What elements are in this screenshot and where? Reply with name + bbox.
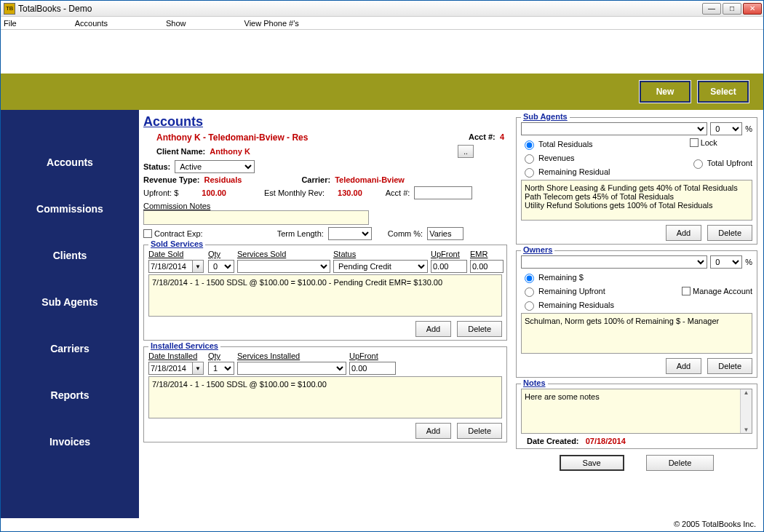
save-button[interactable]: Save [560,455,624,471]
nav-carriers[interactable]: Carriers [1,325,139,372]
sold-qty-select[interactable]: 0 [208,260,234,273]
sold-date-input[interactable] [148,260,192,273]
inst-date-input[interactable] [148,362,192,375]
carrier-value: Teledomani-Bview [335,175,405,184]
sold-hdr-qty: Qty [208,250,234,258]
own-legend: Owners [521,245,554,254]
contract-exp-checkbox[interactable] [143,229,152,238]
own-radio-remaining-upfront[interactable] [525,287,534,297]
select-button[interactable]: Select [698,81,749,103]
own-list[interactable]: Schulman, Norm gets 100% of Remaining $ … [521,313,752,354]
inst-upfront-input[interactable] [349,362,396,375]
sold-add-button[interactable]: Add [415,321,452,337]
acctnum2-input[interactable] [414,186,472,199]
own-radio-remaining-dollar[interactable] [525,274,534,283]
client-name-label: Client Name: [156,147,205,156]
inst-list[interactable]: 7/18/2014 - 1 - 1500 SDSL @ $100.00 = $1… [148,376,502,418]
sold-hdr-upfront: UpFront [431,250,467,258]
sidebar: Total Books™ Accounts Commissions Client… [1,110,139,518]
nav-accounts[interactable]: Accounts [1,139,139,186]
notes-group: Notes Here are some notes ▲▼ Date Create… [516,384,757,449]
commission-notes-input[interactable] [143,210,369,225]
status-select[interactable]: Active [175,160,255,173]
nav-invoices[interactable]: Invoices [1,418,139,465]
inst-list-item: 7/18/2014 - 1 - 1500 SDSL @ $100.00 = $1… [152,380,498,389]
sold-list-item: 7/18/2014 - 1 - 1500 SDSL @ $100.00 = $1… [152,278,498,287]
installed-services-group: Installed Services Date Installed Qty Se… [143,346,507,442]
nav-clients[interactable]: Clients [1,232,139,279]
nav-subagents[interactable]: Sub Agents [1,279,139,325]
owners-group: Owners 0 % Remaining $ Remaining Upfront… [516,250,757,378]
termlen-select[interactable] [328,227,372,240]
sold-status-select[interactable]: Pending Credit [333,260,428,273]
inst-qty-select[interactable]: 1 [208,362,234,375]
inst-delete-button[interactable]: Delete [457,423,502,439]
close-button[interactable]: ✕ [743,3,762,15]
sold-list[interactable]: 7/18/2014 - 1 - 1500 SDSL @ $100.00 = $1… [148,274,502,317]
sub-select[interactable] [521,122,707,135]
notes-textarea[interactable]: Here are some notes ▲▼ [521,389,752,434]
sub-list[interactable]: North Shore Leasing & Funding gets 40% o… [521,180,752,221]
own-radio-remaining-residuals[interactable] [525,301,534,311]
delete-button[interactable]: Delete [646,455,715,471]
inst-add-button[interactable]: Add [415,423,452,439]
nav-commissions[interactable]: Commissions [1,186,139,232]
emr-value: 130.00 [338,188,362,197]
maximize-button[interactable]: □ [723,3,741,15]
sold-delete-button[interactable]: Delete [457,321,502,337]
termlen-label: Term Length: [277,229,324,238]
minimize-button[interactable]: — [702,3,721,15]
list-item: Schulman, Norm gets 100% of Remaining $ … [525,317,749,325]
own-select[interactable] [521,255,707,269]
titlebar: TB TotalBooks - Demo — □ ✕ [1,1,763,17]
own-add-button[interactable]: Add [666,358,702,374]
scrollbar[interactable]: ▲▼ [740,389,752,433]
sub-delete-button[interactable]: Delete [707,225,752,241]
sub-radio-total-residuals[interactable] [525,140,534,150]
sold-hdr-date: Date Sold [148,250,205,258]
menu-viewphone[interactable]: View Phone #'s [244,19,299,28]
status-label: Status: [143,162,170,171]
chevron-down-icon[interactable]: ▼ [744,426,749,433]
own-delete-button[interactable]: Delete [707,358,752,374]
sold-legend: Sold Services [148,239,205,248]
own-num-select[interactable]: 0 [710,255,742,269]
acctnum2-label: Acct #: [386,188,410,197]
nav-reports[interactable]: Reports [1,372,139,418]
inst-hdr-qty: Qty [208,352,234,360]
chevron-up-icon[interactable]: ▲ [744,389,749,396]
chevron-down-icon[interactable]: ▼ [192,362,204,375]
commpct-input[interactable] [427,227,463,240]
top-whitespace [1,30,763,74]
sub-num-select[interactable]: 0 [710,122,742,135]
menu-file[interactable]: File [4,19,17,28]
sold-upfront-input[interactable] [431,260,467,273]
app-icon: TB [4,3,15,15]
inst-hdr-svc: Services Installed [237,352,346,360]
sub-add-button[interactable]: Add [666,225,702,241]
upfront-value: 100.00 [202,188,226,197]
client-name-value: Anthony K [210,147,250,156]
account-number: Acct #: 4 [469,132,504,141]
new-button[interactable]: New [640,81,691,103]
date-created-label: Date Created: [527,437,579,445]
inst-svc-select[interactable] [237,362,346,375]
menu-accounts[interactable]: Accounts [75,19,108,28]
sub-radio-remaining-residual[interactable] [525,168,534,178]
commpct-label: Comm %: [388,229,423,238]
sold-hdr-emr: EMR [470,250,504,258]
client-browse-button[interactable]: .. [458,145,474,158]
window-title: TotalBooks - Demo [18,4,92,14]
own-manage-checkbox[interactable] [682,287,691,295]
sub-legend: Sub Agents [521,112,570,121]
sub-radio-revenues[interactable] [525,154,534,164]
inst-hdr-date: Date Installed [148,352,205,360]
menu-show[interactable]: Show [166,19,186,28]
account-header: Anthony K - Teledomani-Bview - Res Acct … [143,132,507,158]
sold-svc-select[interactable] [237,260,330,273]
sub-radio-total-upfront[interactable] [693,159,703,169]
chevron-down-icon[interactable]: ▼ [192,260,204,273]
sold-emr-input[interactable] [470,260,504,273]
sub-lock-checkbox[interactable] [690,138,699,147]
list-item: North Shore Leasing & Funding gets 40% o… [525,183,749,192]
